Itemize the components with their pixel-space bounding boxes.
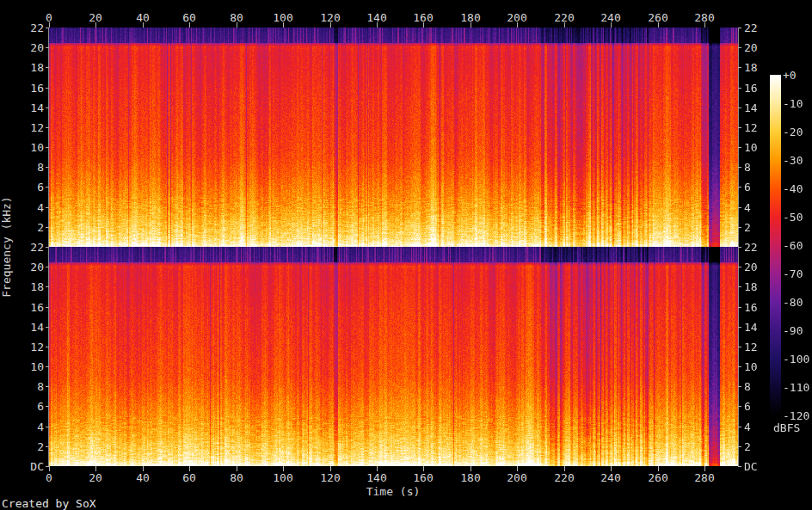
time-tick-label-bottom: 180: [453, 472, 488, 483]
freq-tick-label-right: 22: [744, 22, 778, 34]
db-tick-label: +0: [783, 70, 797, 81]
freq-tick-label-right: 22: [744, 242, 778, 253]
freq-tick-left: [46, 406, 49, 407]
time-tick-label-top: 80: [219, 12, 254, 23]
db-tick-label: -30: [783, 155, 803, 166]
freq-tick-right: [738, 466, 741, 467]
time-tick-label-top: 100: [266, 12, 300, 23]
db-tick-label: -50: [783, 212, 803, 223]
db-tick-label: -10: [783, 98, 803, 109]
freq-tick-label-right: 10: [744, 361, 778, 372]
time-tick-label-bottom: 200: [500, 472, 534, 483]
freq-tick-left: [46, 67, 49, 68]
freq-tick-left: [46, 147, 49, 148]
time-tick-label-bottom: 80: [219, 472, 254, 483]
freq-tick-label-left: DC: [9, 461, 44, 472]
freq-tick-label-left: 14: [9, 322, 44, 333]
freq-tick-left: [46, 347, 49, 347]
freq-tick-label-right: 14: [744, 102, 778, 114]
time-tick-label-top: 180: [453, 12, 488, 23]
time-tick-label-top: 140: [360, 12, 394, 23]
freq-tick-label-left: 16: [9, 83, 44, 94]
freq-tick-right: [738, 207, 741, 208]
freq-tick-right: [738, 386, 741, 387]
time-tick-label-bottom: 220: [547, 472, 581, 483]
db-tick-label: -100: [783, 353, 809, 365]
freq-tick-right: [738, 446, 741, 447]
freq-tick-label-left: 22: [9, 22, 44, 34]
freq-tick-label-left: 18: [9, 62, 44, 73]
freq-tick-label-right: 10: [744, 142, 778, 153]
db-tick-label: -60: [783, 240, 803, 251]
freq-tick-label-left: 4: [9, 202, 44, 213]
freq-tick-right: [738, 406, 741, 407]
freq-tick-left: [46, 88, 49, 89]
freq-tick-label-left: 10: [9, 361, 44, 372]
time-tick-label-bottom: 20: [78, 472, 113, 483]
freq-tick-label-left: 16: [9, 302, 44, 313]
time-tick-label-top: 120: [313, 12, 348, 23]
freq-tick-label-right: 6: [744, 401, 778, 412]
db-tick-label: -90: [783, 325, 803, 336]
time-tick-label-top: 240: [594, 12, 628, 23]
time-tick-label-bottom: 140: [360, 472, 394, 483]
freq-tick-label-right: 20: [744, 42, 778, 53]
time-tick-label-bottom: 160: [406, 472, 440, 483]
time-tick-label-bottom: 120: [313, 472, 348, 483]
freq-tick-left: [46, 108, 49, 108]
sox-credit: Created by SoX: [2, 498, 96, 509]
freq-tick-label-right: 4: [744, 202, 778, 213]
freq-tick-label-left: 2: [9, 222, 44, 233]
freq-tick-label-right: 6: [744, 181, 778, 193]
freq-tick-label-right: 20: [744, 261, 778, 273]
freq-tick-label-left: 4: [9, 421, 44, 433]
spectrogram-screen: Frequency (kHz) 002020404060608080100100…: [0, 0, 812, 510]
freq-tick-left: [46, 187, 49, 187]
time-tick-label-bottom: 280: [687, 472, 722, 483]
freq-tick-left: [46, 286, 49, 287]
freq-tick-label-left: 8: [9, 162, 44, 173]
time-tick-label-bottom: 40: [126, 472, 160, 483]
freq-tick-right: [738, 28, 741, 28]
db-tick-label: -80: [783, 297, 803, 308]
freq-tick-right: [738, 267, 741, 267]
freq-tick-label-left: 2: [9, 441, 44, 452]
freq-tick-left: [46, 247, 49, 248]
freq-tick-right: [738, 108, 741, 108]
freq-tick-label-left: 18: [9, 281, 44, 292]
freq-tick-right: [738, 88, 741, 89]
freq-tick-left: [46, 466, 49, 467]
time-tick-label-top: 20: [78, 12, 113, 23]
freq-tick-right: [738, 347, 741, 347]
freq-tick-label-right: 18: [744, 281, 778, 292]
freq-tick-label-left: 10: [9, 142, 44, 153]
db-tick-label: -40: [783, 183, 803, 194]
time-tick-label-top: 280: [687, 12, 722, 23]
freq-tick-label-left: 20: [9, 261, 44, 273]
time-tick-label-top: 220: [547, 12, 581, 23]
time-tick-label-bottom: 260: [641, 472, 675, 483]
freq-tick-label-left: 6: [9, 401, 44, 412]
spectrogram-channel-1: [49, 28, 738, 247]
time-tick-label-bottom: 240: [594, 472, 628, 483]
freq-tick-left: [46, 47, 49, 48]
freq-tick-label-right: 8: [744, 381, 778, 392]
x-axis-title: Time (s): [366, 486, 421, 497]
db-tick-label: -20: [783, 126, 803, 138]
freq-tick-label-right: 12: [744, 122, 778, 133]
time-tick-label-bottom: 0: [32, 472, 66, 483]
freq-tick-left: [46, 386, 49, 387]
spectrogram-channel-2: [49, 247, 738, 466]
freq-tick-right: [738, 366, 741, 367]
freq-tick-label-right: 16: [744, 302, 778, 313]
db-tick-label: -120: [783, 410, 809, 421]
freq-tick-label-right: 2: [744, 222, 778, 233]
freq-tick-right: [738, 147, 741, 148]
freq-tick-right: [738, 307, 741, 308]
freq-tick-label-left: 12: [9, 341, 44, 353]
freq-tick-left: [46, 127, 49, 128]
db-tick-label: -110: [783, 382, 809, 393]
freq-tick-label-left: 8: [9, 381, 44, 392]
freq-tick-left: [46, 167, 49, 168]
freq-tick-label-left: 20: [9, 42, 44, 53]
